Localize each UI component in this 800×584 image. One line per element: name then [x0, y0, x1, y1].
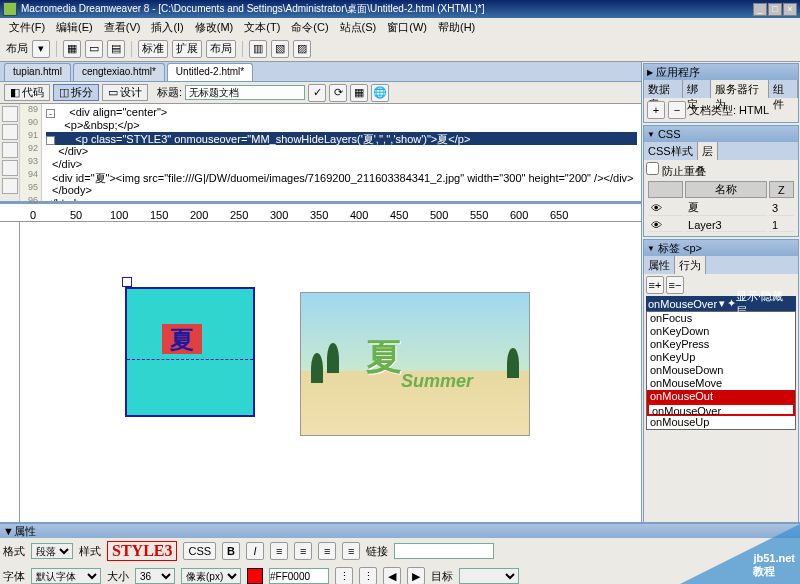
menu-file[interactable]: 文件(F) [4, 19, 50, 36]
color-input[interactable] [269, 568, 329, 584]
layout-dropdown[interactable]: ▾ [32, 40, 50, 58]
doctype-value: HTML [739, 104, 769, 116]
event-option[interactable]: onMouseOut [647, 390, 795, 403]
summer-big-text: 夏 [366, 333, 402, 382]
summer-image[interactable]: 夏 Summer [300, 292, 530, 436]
tab-database[interactable]: 数据库 [644, 80, 683, 98]
event-option-highlighted[interactable]: onMouseOver [647, 403, 795, 416]
align-justify-icon[interactable]: ≡ [342, 542, 360, 560]
tab-layers[interactable]: 层 [698, 142, 718, 160]
menu-modify[interactable]: 修改(M) [190, 19, 239, 36]
menu-site[interactable]: 站点(S) [335, 19, 382, 36]
code-tool-icon[interactable] [2, 160, 18, 176]
css-button[interactable]: CSS [183, 542, 216, 560]
insert-layer-icon[interactable]: ▭ [85, 40, 103, 58]
layer-row[interactable]: 👁夏3 [648, 200, 794, 216]
tool-icon[interactable]: ▨ [293, 40, 311, 58]
tag-panel-header[interactable]: ▼标签 <p> [644, 240, 798, 256]
code-view-button[interactable]: ◧代码 [4, 84, 50, 101]
horizontal-ruler: 050100150200250300350400450500550600650 [0, 204, 641, 222]
tab-cengtexiao[interactable]: cengtexiao.html* [73, 63, 165, 81]
menu-help[interactable]: 帮助(H) [433, 19, 480, 36]
outdent-icon[interactable]: ◀ [383, 567, 401, 584]
link-input[interactable] [394, 543, 494, 559]
validate-icon[interactable]: ✓ [308, 84, 326, 102]
format-select[interactable]: 段落 [31, 543, 73, 559]
split-view-button[interactable]: ◫拆分 [53, 84, 99, 101]
size-select[interactable]: 36 [135, 568, 175, 584]
align-left-icon[interactable]: ≡ [270, 542, 288, 560]
tab-untitled2[interactable]: Untitled-2.html* [167, 63, 253, 81]
layer-xia[interactable]: 夏 [125, 287, 255, 417]
title-input[interactable] [185, 85, 305, 100]
design-view-button[interactable]: ▭设计 [102, 84, 148, 101]
cat-expanded[interactable]: 扩展 [172, 40, 202, 58]
color-swatch[interactable] [247, 568, 263, 584]
prevent-overlap-checkbox[interactable] [646, 162, 659, 175]
cat-standard[interactable]: 标准 [138, 40, 168, 58]
tab-tupian[interactable]: tupian.html [4, 63, 71, 81]
align-center-icon[interactable]: ≡ [294, 542, 312, 560]
event-dropdown[interactable]: onFocus onKeyDown onKeyPress onKeyUp onM… [646, 311, 796, 430]
indent-icon[interactable]: ▶ [407, 567, 425, 584]
tab-server-behaviors[interactable]: 服务器行为 [711, 80, 769, 98]
watermark: jb51.net 教程 [753, 552, 795, 579]
insert-toolbar: 布局 ▾ ▦ ▭ ▤ 标准 扩展 布局 ▥ ▧ ▨ [0, 36, 800, 62]
list-ol-icon[interactable]: ⋮ [359, 567, 377, 584]
menu-commands[interactable]: 命令(C) [286, 19, 333, 36]
cat-layout[interactable]: 布局 [206, 40, 236, 58]
code-tool-icon[interactable] [2, 106, 18, 122]
menu-window[interactable]: 窗口(W) [382, 19, 432, 36]
tab-css-styles[interactable]: CSS样式 [644, 142, 698, 160]
insert-div-icon[interactable]: ▦ [63, 40, 81, 58]
layout-label: 布局 [6, 41, 28, 56]
remove-icon[interactable]: − [668, 101, 686, 119]
code-tool-icon[interactable] [2, 178, 18, 194]
tab-attributes[interactable]: 属性 [644, 256, 675, 274]
event-option[interactable]: onKeyPress [647, 338, 795, 351]
file-mgmt-icon[interactable]: ▦ [350, 84, 368, 102]
add-behavior-icon[interactable]: ≡+ [646, 276, 664, 294]
preview-icon[interactable]: 🌐 [371, 84, 389, 102]
bold-button[interactable]: B [222, 542, 240, 560]
behavior-row[interactable]: onMouseOver▾ ✦ 显示·隐藏层 [646, 296, 796, 311]
maximize-button[interactable]: □ [768, 3, 782, 16]
tool-icon[interactable]: ▧ [271, 40, 289, 58]
event-option[interactable]: onMouseMove [647, 377, 795, 390]
app-panel-header[interactable]: ▶应用程序 [644, 64, 798, 80]
tool-icon[interactable]: ▥ [249, 40, 267, 58]
event-option[interactable]: onKeyDown [647, 325, 795, 338]
menu-insert[interactable]: 插入(I) [146, 19, 188, 36]
event-option[interactable]: onMouseDown [647, 364, 795, 377]
insert-table-icon[interactable]: ▤ [107, 40, 125, 58]
layer-row[interactable]: 👁Layer31 [648, 218, 794, 232]
code-tool-icon[interactable] [2, 142, 18, 158]
css-panel-header[interactable]: ▼CSS [644, 126, 798, 142]
list-ul-icon[interactable]: ⋮ [335, 567, 353, 584]
add-icon[interactable]: + [647, 101, 665, 119]
font-select[interactable]: 默认字体 [31, 568, 101, 584]
tab-bindings[interactable]: 绑定 [683, 80, 712, 98]
style-value[interactable]: STYLE3 [107, 541, 177, 561]
target-select[interactable] [459, 568, 519, 584]
browser-check-icon[interactable]: ⟳ [329, 84, 347, 102]
minimize-button[interactable]: _ [753, 3, 767, 16]
close-button[interactable]: × [783, 3, 797, 16]
italic-button[interactable]: I [246, 542, 264, 560]
menu-edit[interactable]: 编辑(E) [51, 19, 98, 36]
event-option[interactable]: onMouseUp [647, 416, 795, 429]
menu-text[interactable]: 文本(T) [239, 19, 285, 36]
xia-text[interactable]: 夏 [162, 324, 202, 354]
code-tool-icon[interactable] [2, 124, 18, 140]
remove-behavior-icon[interactable]: ≡− [666, 276, 684, 294]
layer-handle-icon[interactable] [122, 277, 132, 287]
tab-components[interactable]: 组件 [769, 80, 798, 98]
app-icon [3, 2, 17, 16]
size-unit-select[interactable]: 像素(px) [181, 568, 241, 584]
align-right-icon[interactable]: ≡ [318, 542, 336, 560]
canvas[interactable]: 夏 夏 Summer [20, 222, 641, 566]
menu-view[interactable]: 查看(V) [99, 19, 146, 36]
tab-behaviors[interactable]: 行为 [675, 256, 706, 274]
code-editor[interactable]: - <div align="center"> <p>&nbsp;</p> - <… [42, 104, 641, 201]
event-option[interactable]: onKeyUp [647, 351, 795, 364]
